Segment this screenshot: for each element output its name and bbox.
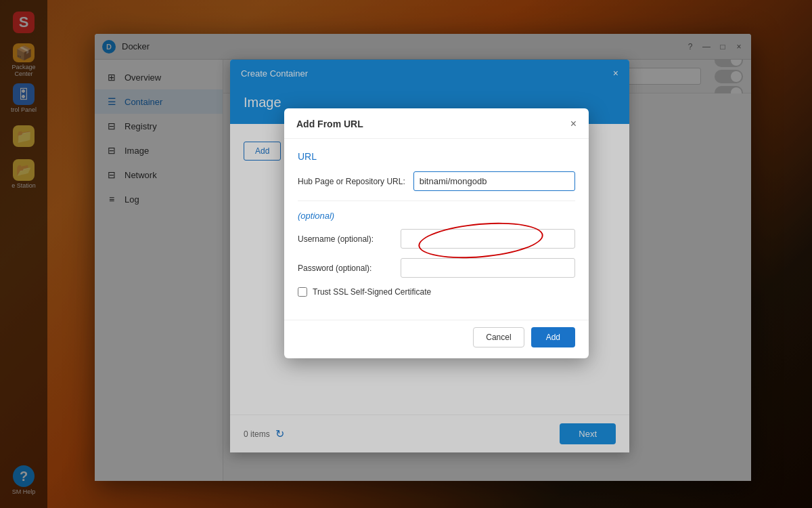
- url-input[interactable]: [413, 171, 575, 191]
- url-label: Hub Page or Repository URL:: [298, 177, 405, 186]
- afu-footer: Cancel Add: [284, 320, 589, 358]
- add-button[interactable]: Add: [531, 327, 575, 347]
- cancel-button[interactable]: Cancel: [473, 327, 524, 347]
- afu-body: URL Hub Page or Repository URL: (optiona…: [284, 139, 589, 320]
- password-input[interactable]: [401, 258, 575, 278]
- ssl-checkbox-row: Trust SSL Self-Signed Certificate: [298, 287, 575, 297]
- divider: [298, 200, 575, 201]
- password-row: Password (optional):: [298, 258, 575, 278]
- username-label: Username (optional):: [298, 234, 392, 244]
- add-from-url-dialog: Add From URL × URL Hub Page or Repositor…: [284, 108, 589, 358]
- url-row: Hub Page or Repository URL:: [298, 171, 575, 191]
- ssl-checkbox-label: Trust SSL Self-Signed Certificate: [313, 287, 431, 297]
- url-section-title: URL: [298, 151, 575, 162]
- afu-close-button[interactable]: ×: [570, 118, 577, 130]
- afu-dialog-title: Add From URL: [296, 119, 363, 129]
- username-row: Username (optional):: [298, 229, 575, 249]
- afu-header: Add From URL ×: [284, 108, 589, 139]
- ssl-checkbox[interactable]: [298, 287, 307, 297]
- password-label: Password (optional):: [298, 263, 392, 273]
- optional-section-title: (optional): [298, 211, 575, 221]
- username-input[interactable]: [401, 229, 575, 249]
